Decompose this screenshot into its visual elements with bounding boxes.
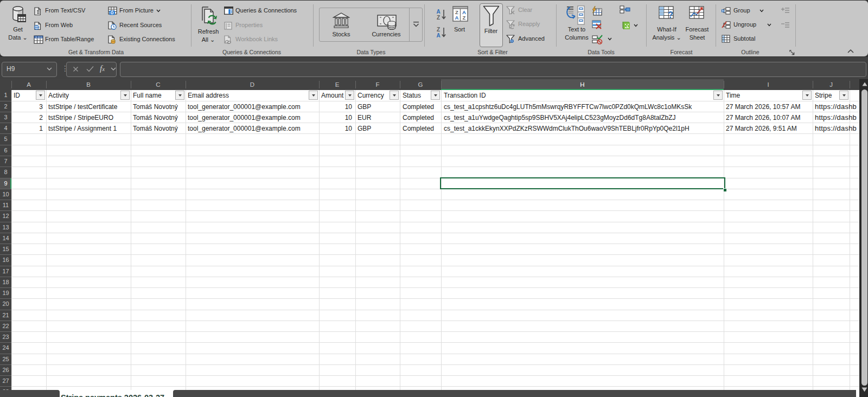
svg-text:Z: Z bbox=[463, 15, 466, 21]
svg-text:Z: Z bbox=[437, 15, 440, 21]
svg-text:?: ? bbox=[668, 10, 673, 20]
svg-text:Z: Z bbox=[437, 27, 440, 33]
svg-text:A: A bbox=[436, 33, 440, 39]
svg-text:J: J bbox=[626, 25, 628, 29]
svg-text:A: A bbox=[436, 9, 440, 15]
svg-text:Z: Z bbox=[455, 9, 458, 15]
svg-text:A: A bbox=[455, 15, 459, 21]
svg-text:A: A bbox=[462, 9, 466, 15]
